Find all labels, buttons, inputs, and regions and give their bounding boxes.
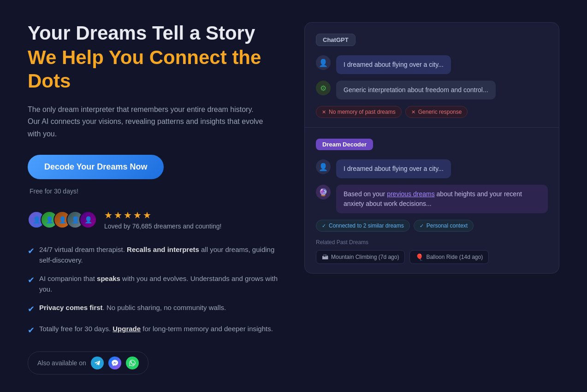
chatgpt-user-row: 👤 I dreamed about flying over a city... (316, 55, 548, 74)
chat-panel: ChatGPT 👤 I dreamed about flying over a … (304, 22, 559, 274)
check-icon: ✓ (322, 223, 326, 229)
tag-generic-label: Generic response (418, 109, 462, 115)
check-icon: ✔ (28, 324, 35, 337)
tag-no-memory: ✕ No memory of past dreams (316, 106, 402, 118)
feature-item: ✔ 24/7 virtual dream therapist. Recalls … (28, 245, 286, 265)
subtext: The only dream interpreter that remember… (28, 104, 267, 140)
previous-dreams-link[interactable]: previous dreams (387, 190, 435, 198)
avatar-group: 👤 👤 👤 👤 👤 (28, 211, 97, 228)
decoder-ai-bubble: Based on your previous dreams about heig… (336, 185, 548, 213)
decoder-user-row: 👤 I dreamed about flying over a city... (316, 159, 548, 178)
hero-section: Your Dreams Tell a Story We Help You Con… (0, 0, 587, 392)
feature-text: 24/7 virtual dream therapist. Recalls an… (39, 245, 286, 265)
star: ★ (104, 210, 113, 221)
balloon-icon: 🎈 (415, 253, 423, 261)
star: ★ (114, 210, 122, 221)
left-column: Your Dreams Tell a Story We Help You Con… (28, 22, 286, 374)
feature-bold: speaks (97, 275, 120, 282)
decoder-user-bubble: I dreamed about flying over a city... (336, 159, 451, 178)
star: ★ (124, 210, 132, 221)
chatgpt-user-bubble: I dreamed about flying over a city... (336, 55, 451, 74)
check-icon: ✔ (28, 303, 35, 316)
feature-item: ✔ AI companion that speaks with you and … (28, 274, 286, 294)
tag-connected: ✓ Connected to 2 similar dreams (316, 220, 410, 232)
free-label: Free for 30 days! (30, 187, 286, 195)
chatgpt-badge: ChatGPT (316, 34, 356, 46)
chatgpt-ai-bubble: Generic interpretation about freedom and… (336, 81, 496, 99)
related-item-2-label: Balloon Ride (14d ago) (426, 254, 483, 260)
avatar: 👤 (79, 211, 97, 228)
headline-1: Your Dreams Tell a Story (28, 22, 286, 44)
star: ★ (133, 210, 142, 221)
telegram-icon[interactable] (91, 357, 104, 369)
social-proof: 👤 👤 👤 👤 👤 ★ ★ ★ ★ ★ Loved by 76,685 drea… (28, 210, 286, 230)
decoder-ai-avatar: 🔮 (316, 185, 331, 199)
loved-text: Loved by 76,685 dreamers and counting! (104, 222, 222, 230)
decoder-tags-row: ✓ Connected to 2 similar dreams ✓ Person… (316, 220, 548, 232)
headline-2: We Help You Connect the Dots (28, 46, 286, 93)
tag-personal-context: ✓ Personal context (414, 220, 474, 232)
page-wrapper: Your Dreams Tell a Story We Help You Con… (0, 0, 587, 392)
feature-text: Totally free for 30 days. Upgrade for lo… (39, 324, 273, 334)
check-icon: ✔ (28, 245, 35, 257)
feature-text: Privacy comes first. No public sharing, … (39, 303, 226, 313)
x-icon: ✕ (411, 109, 415, 115)
related-item-2: 🎈 Balloon Ride (14d ago) (409, 250, 489, 264)
feature-text: AI companion that speaks with you and ev… (39, 274, 286, 294)
feature-item: ✔ Privacy comes first. No public sharing… (28, 303, 286, 316)
whatsapp-icon[interactable] (126, 357, 139, 369)
cta-button[interactable]: Decode Your Dreams Now (28, 155, 164, 179)
related-item-1-label: Mountain Climbing (7d ago) (331, 254, 399, 260)
tag-personal-label: Personal context (427, 222, 468, 229)
tag-no-memory-label: No memory of past dreams (329, 109, 396, 115)
available-on-bar: Also available on (28, 351, 148, 374)
check-icon: ✔ (28, 274, 35, 287)
messenger-icon[interactable] (108, 357, 121, 369)
right-column: ChatGPT 👤 I dreamed about flying over a … (304, 22, 559, 274)
chatgpt-tags-row: ✕ No memory of past dreams ✕ Generic res… (316, 106, 548, 118)
upgrade-link[interactable]: Upgrade (113, 325, 141, 333)
cta-wrapper: Decode Your Dreams Now Free for 30 days! (28, 155, 286, 195)
social-info: ★ ★ ★ ★ ★ Loved by 76,685 dreamers and c… (104, 210, 222, 230)
x-icon: ✕ (322, 109, 326, 115)
tag-connected-label: Connected to 2 similar dreams (329, 222, 404, 229)
available-on-label: Also available on (37, 359, 86, 367)
feature-bold: Recalls and interprets (127, 246, 199, 253)
star-rating: ★ ★ ★ ★ ★ (104, 210, 222, 221)
mountain-icon: 🏔 (322, 253, 328, 261)
decoder-section: Dream Decoder 👤 I dreamed about flying o… (305, 128, 559, 273)
chatgpt-ai-avatar: ⚙ (316, 81, 331, 95)
decoder-badge: Dream Decoder (316, 139, 373, 150)
user-avatar: 👤 (316, 159, 331, 174)
star: ★ (143, 210, 151, 221)
chatgpt-section: ChatGPT 👤 I dreamed about flying over a … (305, 23, 559, 128)
feature-bold: Privacy comes first (39, 304, 103, 311)
related-item-1: 🏔 Mountain Climbing (7d ago) (316, 250, 405, 264)
check-icon: ✓ (420, 223, 424, 229)
chatgpt-ai-row: ⚙ Generic interpretation about freedom a… (316, 81, 548, 99)
related-label: Related Past Dreams (316, 239, 548, 246)
related-dreams: Related Past Dreams 🏔 Mountain Climbing … (316, 239, 548, 264)
related-items: 🏔 Mountain Climbing (7d ago) 🎈 Balloon R… (316, 250, 548, 264)
user-avatar: 👤 (316, 55, 331, 70)
decoder-ai-row: 🔮 Based on your previous dreams about he… (316, 185, 548, 213)
features-list: ✔ 24/7 virtual dream therapist. Recalls … (28, 245, 286, 337)
tag-generic-response: ✕ Generic response (405, 106, 468, 118)
feature-item: ✔ Totally free for 30 days. Upgrade for … (28, 324, 286, 337)
